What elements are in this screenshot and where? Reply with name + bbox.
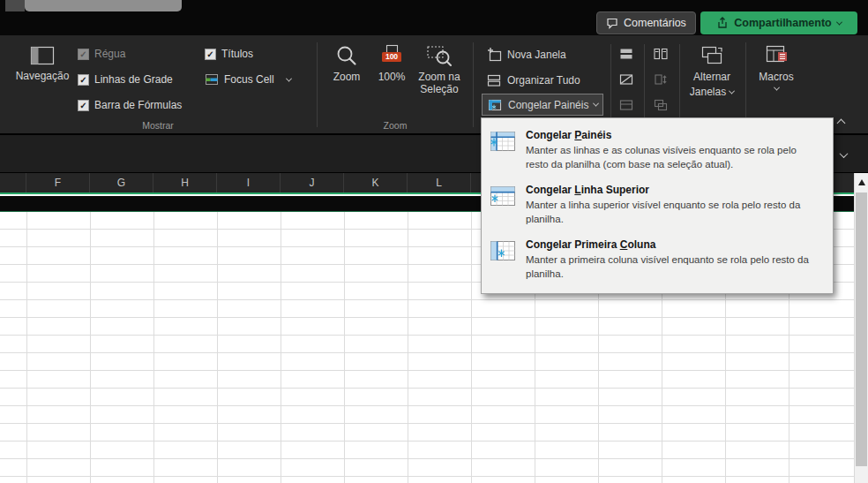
ruler-checkbox[interactable]: ✓ Régua [78, 47, 125, 61]
navigation-pane-icon [29, 44, 56, 67]
freeze-panes-button[interactable]: Congelar Painéis [482, 94, 603, 116]
new-window-button[interactable]: Nova Janela [482, 43, 571, 65]
zoom-to-selection-button[interactable]: Zoom na Seleção [411, 44, 468, 96]
menu-item-description: Manter as linhas e as colunas visíveis e… [526, 144, 817, 171]
arrange-all-button[interactable]: Organizar Tudo [482, 69, 585, 91]
chevron-down-icon [729, 88, 735, 94]
zoom-icon [333, 44, 360, 68]
vertical-scrollbar[interactable] [854, 173, 868, 483]
hide-window-button[interactable] [617, 70, 636, 89]
switch-windows-button[interactable]: Alternar Janelas [685, 44, 739, 99]
chevron-down-icon [593, 101, 599, 107]
menu-item-description: Manter a linha superior visível enquanto… [526, 199, 817, 226]
switch-windows-label-line2: Janelas [690, 86, 726, 98]
zoom-to-selection-label: Zoom na Seleção [415, 71, 464, 96]
search-box-remnant[interactable] [25, 0, 182, 11]
formula-bar-label: Barra de Fórmulas [94, 99, 182, 111]
zoom-100-button[interactable]: 100 100% [370, 44, 413, 83]
freeze-top-row-menu-icon [490, 185, 516, 208]
share-button[interactable]: Compartilhamento [700, 11, 857, 34]
group-divider [745, 42, 746, 127]
share-label: Compartilhamento [734, 17, 831, 29]
gridlines-label: Linhas de Grade [94, 73, 173, 86]
chevron-down-icon [836, 19, 842, 25]
freeze-panes-icon [487, 97, 503, 113]
menu-item-title: Congelar Primeira Coluna [526, 238, 817, 251]
gridlines-checkbox[interactable]: ✓ Linhas de Grade [78, 72, 173, 87]
share-icon [716, 17, 729, 29]
scrollbar-thumb[interactable] [856, 192, 867, 466]
focus-cell-button[interactable]: Focus Cell [205, 72, 291, 87]
chevron-down-icon [839, 149, 848, 158]
checkbox-checked-icon: ✓ [78, 49, 89, 60]
menu-item-freeze-top-row[interactable]: Congelar Linha Superior Manter a linha s… [482, 177, 833, 232]
synchronous-scrolling-button[interactable] [651, 70, 670, 89]
app-icon-remnant [5, 0, 25, 11]
arrange-all-label: Organizar Tudo [507, 74, 580, 87]
checkmark-icon: ✓ [79, 101, 86, 110]
unhide-window-button[interactable] [617, 95, 636, 115]
column-header-i[interactable]: I [217, 173, 281, 192]
column-header-l[interactable]: L [408, 173, 471, 192]
zoom-button[interactable]: Zoom [323, 44, 370, 83]
menu-item-title: Congelar Linha Superior [526, 184, 817, 196]
view-side-by-side-button[interactable] [651, 44, 670, 64]
group-label-mostrar: Mostrar [0, 120, 316, 131]
hide-window-icon [618, 72, 634, 87]
group-divider [473, 42, 474, 127]
formula-bar-checkbox[interactable]: ✓ Barra de Fórmulas [78, 98, 182, 112]
header-corner[interactable] [0, 173, 26, 192]
reset-window-position-button[interactable] [651, 95, 670, 115]
column-header-f[interactable]: F [26, 173, 90, 192]
zoom-label: Zoom [333, 71, 361, 83]
triangle-up-icon [858, 179, 865, 185]
navigation-label: Navegação [16, 70, 70, 82]
column-header-h[interactable]: H [153, 173, 217, 192]
column-header-j[interactable]: J [281, 173, 344, 192]
excel-window: Comentários Compartilhamento Navegação ✓… [0, 0, 868, 483]
split-button[interactable] [617, 44, 636, 64]
checkmark-icon: ✓ [79, 75, 86, 85]
expand-formula-bar-button[interactable] [836, 147, 850, 162]
group-divider [317, 42, 318, 127]
chevron-down-icon[interactable] [286, 75, 292, 81]
synchronous-scrolling-icon [653, 72, 669, 87]
checkbox-checked-icon: ✓ [205, 49, 216, 60]
freeze-panes-menu-icon [490, 130, 516, 153]
checkbox-checked-icon: ✓ [78, 100, 89, 111]
reset-window-position-icon [653, 97, 669, 113]
navigation-pane-button[interactable]: Navegação [11, 44, 73, 82]
collapse-ribbon-button[interactable] [833, 117, 849, 129]
column-header-k[interactable]: K [344, 173, 408, 192]
ruler-label: Régua [94, 48, 125, 60]
zoom-to-selection-icon [426, 44, 453, 68]
group-label-zoom: Zoom [318, 120, 473, 131]
scroll-up-button[interactable] [855, 175, 868, 189]
macros-button[interactable]: Macros [752, 44, 801, 91]
view-side-by-side-icon [653, 46, 669, 62]
checkmark-icon: ✓ [206, 49, 213, 59]
menu-item-title: Congelar Painéis [526, 129, 817, 141]
freeze-first-column-menu-icon [490, 239, 516, 262]
chevron-up-icon [836, 118, 845, 127]
new-window-icon [486, 47, 502, 63]
menu-item-freeze-panes[interactable]: Congelar Painéis Manter as linhas e as c… [482, 123, 833, 177]
macros-label: Macros [759, 71, 793, 83]
divider [610, 44, 611, 124]
checkmark-icon: ✓ [79, 49, 86, 59]
headings-checkbox[interactable]: ✓ Títulos [205, 47, 253, 61]
title-bar: Comentários Compartilhamento [0, 0, 868, 35]
split-icon [618, 46, 634, 62]
switch-windows-label-line1: Alternar [693, 71, 730, 83]
divider [644, 44, 645, 124]
divider [679, 44, 680, 124]
macros-icon [763, 44, 789, 68]
menu-item-description: Manter a primeira coluna visível enquant… [526, 253, 817, 281]
chevron-down-icon [773, 85, 779, 91]
comments-button[interactable]: Comentários [596, 11, 696, 34]
freeze-panes-label: Congelar Painéis [508, 99, 588, 111]
zoom-100-label: 100% [378, 71, 406, 83]
column-header-g[interactable]: G [90, 173, 153, 192]
menu-item-freeze-first-column[interactable]: Congelar Primeira Coluna Manter a primei… [482, 232, 833, 287]
focus-cell-icon [205, 72, 219, 87]
